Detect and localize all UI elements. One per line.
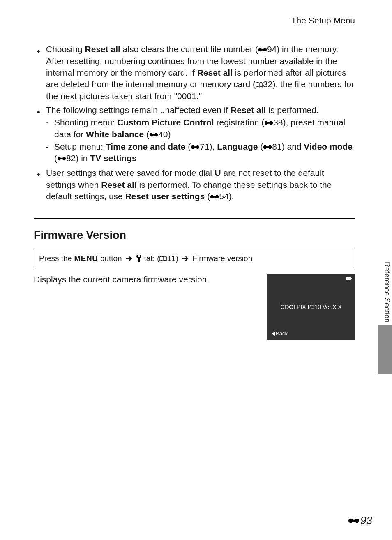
- header-title: The Setup Menu: [291, 16, 355, 25]
- reference-icon: [149, 132, 158, 138]
- book-icon: [159, 256, 167, 262]
- side-tab: Reference Section: [378, 255, 392, 374]
- bullet-list: Choosing Reset all also clears the curre…: [34, 44, 355, 202]
- reference-icon: [57, 156, 66, 162]
- reference-icon: [348, 517, 360, 524]
- reference-icon: [210, 194, 219, 200]
- setup-tab-icon: [136, 255, 142, 262]
- page-number: 93: [348, 513, 372, 528]
- back-indicator: Back: [272, 330, 288, 337]
- firmware-description: Displays the current camera firmware ver…: [34, 274, 258, 285]
- bullet-unaffected-settings: The following settings remain unaffected…: [34, 104, 355, 164]
- reference-icon: [263, 144, 272, 150]
- page-header: The Setup Menu: [34, 15, 355, 26]
- menu-button-label: MENU: [74, 254, 98, 263]
- battery-icon: [346, 277, 351, 280]
- camera-screen-preview: COOLPIX P310 Ver.X.X Back: [267, 274, 355, 340]
- reference-icon: [264, 120, 273, 126]
- bullet-user-settings: User settings that were saved for mode d…: [34, 167, 355, 202]
- arrow-icon: ➔: [182, 254, 189, 263]
- arrow-icon: ➔: [126, 254, 132, 263]
- section-divider: [34, 218, 355, 219]
- dash-shooting-menu: Shooting menu: Custom Picture Control re…: [46, 117, 355, 140]
- section-title: Firmware Version: [34, 228, 355, 242]
- back-triangle-icon: [272, 332, 275, 336]
- bullet-reset-file-number: Choosing Reset all also clears the curre…: [34, 44, 355, 102]
- reference-icon: [258, 47, 267, 53]
- navigation-path-box: Press the MENU button ➔ tab (11) ➔ Firmw…: [34, 249, 355, 268]
- firmware-model-text: COOLPIX P310 Ver.X.X: [267, 303, 355, 311]
- side-tab-label: Reference Section: [378, 255, 392, 325]
- book-icon: [256, 82, 263, 88]
- reference-icon: [191, 144, 200, 150]
- dash-setup-menu: Setup menu: Time zone and date (71), Lan…: [46, 141, 355, 164]
- side-tab-block: [378, 325, 392, 374]
- mode-dial-u-icon: U: [214, 168, 221, 178]
